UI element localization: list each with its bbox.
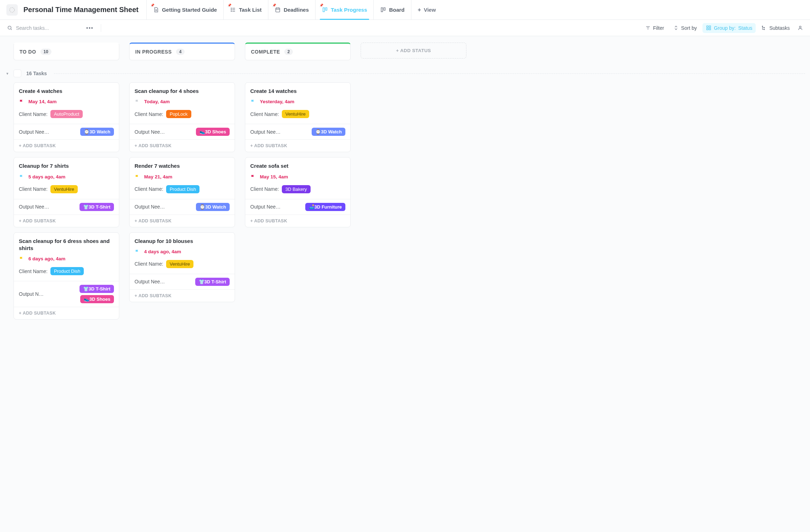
view-tab-label: Deadlines [284, 7, 309, 13]
flag-icon [250, 174, 256, 179]
client-tag[interactable]: AutoProduct [50, 110, 83, 118]
add-view-label: View [424, 7, 436, 13]
doc-icon [153, 7, 159, 13]
output-tags: ⌚3D Watch [312, 128, 345, 136]
task-due: Yesterday, 4am [250, 99, 345, 104]
due-text: Today, 4am [144, 99, 170, 104]
due-text: Yesterday, 4am [260, 99, 294, 104]
group-collapse-toggle[interactable]: ▾ [6, 71, 9, 76]
task-due: 5 days ago, 4am [19, 174, 114, 179]
add-subtask-button[interactable]: + ADD SUBTASK [135, 293, 171, 298]
page-title: Personal Time Management Sheet [23, 6, 138, 14]
client-tag[interactable]: 3D Bakery [282, 185, 311, 193]
output-tag[interactable]: 👟3D Shoes [196, 128, 230, 136]
separator [101, 24, 101, 32]
output-tag[interactable]: ⌚3D Watch [196, 203, 230, 211]
plus-icon: + [418, 7, 421, 13]
status-header-complete[interactable]: COMPLETE 2 [245, 43, 351, 60]
status-header-inprogress[interactable]: IN PROGRESS 4 [129, 43, 235, 60]
add-subtask-button[interactable]: + ADD SUBTASK [250, 143, 287, 148]
add-subtask-row: + ADD SUBTASK [245, 140, 350, 152]
output-tag[interactable]: 👕3D T-Shirt [80, 285, 114, 293]
svg-line-18 [11, 29, 12, 30]
view-tab-label: Board [389, 7, 404, 13]
group-dashline [54, 73, 805, 74]
output-tag[interactable]: 🛋️3D Furniture [305, 203, 345, 211]
task-due: May 15, 4am [250, 174, 345, 179]
task-due: May 21, 4am [135, 174, 230, 179]
view-tab-deadlines[interactable]: 📌Deadlines [268, 0, 315, 20]
due-text: May 14, 4am [28, 99, 57, 104]
output-label: Output Nee… [19, 129, 49, 135]
add-status-button[interactable]: + ADD STATUS [361, 43, 466, 59]
client-row: Client Name: VentuHire [250, 110, 345, 118]
view-tab-task-progress[interactable]: 📌Task Progress [315, 0, 373, 20]
output-tag[interactable]: 👕3D T-Shirt [195, 278, 230, 286]
task-title: Create sofa set [250, 162, 345, 170]
task-card[interactable]: Render 7 watches May 21, 4am Client Name… [129, 157, 235, 227]
add-subtask-row: + ADD SUBTASK [245, 215, 350, 227]
add-subtask-button[interactable]: + ADD SUBTASK [19, 311, 56, 316]
due-text: 5 days ago, 4am [28, 174, 65, 179]
add-subtask-button[interactable]: + ADD SUBTASK [135, 143, 171, 148]
output-label: Output Nee… [19, 291, 46, 297]
add-subtask-button[interactable]: + ADD SUBTASK [19, 218, 56, 223]
task-card[interactable]: Create 4 watches May 14, 4am Client Name… [13, 82, 119, 152]
output-row: Output Nee… 👟3D Shoes [130, 124, 235, 139]
subtasks-button[interactable]: Subtasks [758, 23, 793, 33]
due-text: May 15, 4am [260, 174, 288, 179]
group-by-value: Status [738, 25, 752, 31]
add-subtask-button[interactable]: + ADD SUBTASK [135, 218, 171, 223]
task-card[interactable]: Scan cleanup for 6 dress shoes and shirt… [13, 232, 119, 320]
add-subtask-button[interactable]: + ADD SUBTASK [19, 143, 56, 148]
search-wrap [5, 25, 78, 31]
pin-icon: 📌 [272, 4, 276, 7]
view-tab-board[interactable]: Board [373, 0, 411, 20]
output-tag[interactable]: ⌚3D Watch [80, 128, 114, 136]
status-header-todo[interactable]: TO DO 10 [13, 43, 119, 60]
client-tag[interactable]: VentuHire [50, 185, 78, 193]
status-label: COMPLETE [251, 49, 280, 55]
view-tab-task-list[interactable]: 📌Task List [223, 0, 268, 20]
client-row: Client Name: AutoProduct [19, 110, 114, 118]
add-subtask-button[interactable]: + ADD SUBTASK [250, 218, 287, 223]
output-tag[interactable]: 👕3D T-Shirt [80, 203, 114, 211]
due-text: May 21, 4am [144, 174, 173, 179]
output-row: Output Nee… ⌚3D Watch [130, 199, 235, 215]
client-label: Client Name: [135, 186, 163, 192]
task-card[interactable]: Cleanup for 10 blouses 4 days ago, 4am C… [129, 232, 235, 302]
group-by-button[interactable]: Group by: Status [702, 23, 756, 33]
view-tabs: 📌Getting Started Guide📌Task List📌Deadlin… [146, 0, 442, 20]
task-due: May 14, 4am [19, 99, 114, 104]
task-card[interactable]: Create 14 watches Yesterday, 4am Client … [245, 82, 351, 152]
client-tag[interactable]: VentuHire [166, 260, 193, 268]
client-tag[interactable]: Product Dish [50, 267, 84, 275]
client-row: Client Name: VentuHire [19, 185, 114, 193]
svg-rect-24 [707, 28, 708, 30]
filter-button[interactable]: Filter [642, 23, 668, 33]
sort-button[interactable]: Sort by [670, 23, 700, 33]
assignee-button[interactable] [795, 23, 805, 33]
add-view-button[interactable]: +View [411, 0, 442, 20]
client-tag[interactable]: PopLock [166, 110, 191, 118]
column-inprogress: Scan cleanup for 4 shoes Today, 4am Clie… [129, 82, 235, 302]
client-tag[interactable]: Product Dish [166, 185, 199, 193]
task-card[interactable]: Cleanup for 7 shirts 5 days ago, 4am Cli… [13, 157, 119, 227]
svg-point-17 [8, 26, 11, 29]
column-complete: Create 14 watches Yesterday, 4am Client … [245, 82, 351, 227]
flag-icon [250, 99, 256, 104]
view-tab-getting-started-guide[interactable]: 📌Getting Started Guide [146, 0, 223, 20]
client-tag[interactable]: VentuHire [282, 110, 309, 118]
output-tag[interactable]: 👟3D Shoes [80, 295, 114, 303]
search-more-button[interactable]: ••• [83, 23, 97, 33]
topbar: Personal Time Management Sheet 📌Getting … [0, 0, 810, 20]
task-card[interactable]: Scan cleanup for 4 shoes Today, 4am Clie… [129, 82, 235, 152]
output-tag[interactable]: ⌚3D Watch [312, 128, 345, 136]
task-title: Scan cleanup for 6 dress shoes and shirt… [19, 238, 114, 252]
output-tags: ⌚3D Watch [196, 203, 230, 211]
search-input[interactable] [16, 25, 76, 31]
svg-rect-13 [323, 8, 324, 12]
add-subtask-row: + ADD SUBTASK [130, 140, 235, 152]
add-subtask-row: + ADD SUBTASK [130, 215, 235, 227]
task-card[interactable]: Create sofa set May 15, 4am Client Name:… [245, 157, 351, 227]
